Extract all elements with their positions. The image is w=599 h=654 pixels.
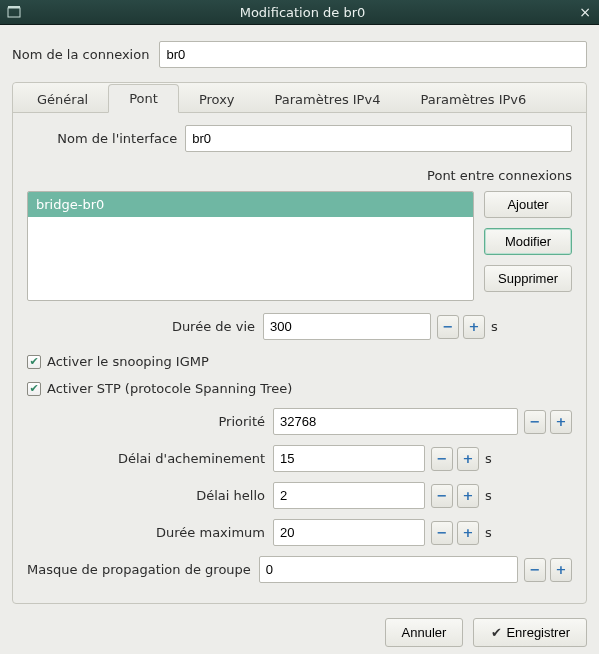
- add-button[interactable]: Ajouter: [484, 191, 572, 218]
- max-age-label: Durée maximum: [27, 525, 265, 540]
- checkbox-checked-icon: ✔: [27, 382, 41, 396]
- delete-button[interactable]: Supprimer: [484, 265, 572, 292]
- bridged-connections-list[interactable]: bridge-br0: [27, 191, 474, 301]
- aging-time-input[interactable]: [263, 313, 431, 340]
- stp-checkbox-row[interactable]: ✔ Activer STP (protocole Spanning Tree): [27, 381, 572, 396]
- interface-name-label: Nom de l'interface: [27, 131, 177, 146]
- igmp-snooping-checkbox-row[interactable]: ✔ Activer le snooping IGMP: [27, 354, 572, 369]
- hello-time-label: Délai hello: [27, 488, 265, 503]
- interface-name-input[interactable]: [185, 125, 572, 152]
- tab-ipv6[interactable]: Paramètres IPv6: [400, 86, 546, 113]
- window-icon: [6, 4, 22, 20]
- forward-delay-decrement-button[interactable]: −: [431, 447, 453, 471]
- close-icon[interactable]: ×: [577, 4, 593, 20]
- check-icon: ✔: [490, 625, 502, 640]
- aging-time-label: Durée de vie: [27, 319, 255, 334]
- connection-name-label: Nom de la connexion: [12, 47, 149, 62]
- forward-delay-input[interactable]: [273, 445, 425, 472]
- group-mask-input[interactable]: [259, 556, 518, 583]
- aging-decrement-button[interactable]: −: [437, 315, 459, 339]
- max-age-input[interactable]: [273, 519, 425, 546]
- seconds-unit: s: [491, 319, 503, 334]
- checkbox-checked-icon: ✔: [27, 355, 41, 369]
- connection-name-input[interactable]: [159, 41, 587, 68]
- seconds-unit: s: [485, 488, 497, 503]
- seconds-unit: s: [485, 451, 497, 466]
- tab-proxy[interactable]: Proxy: [179, 86, 255, 113]
- group-mask-label: Masque de propagation de groupe: [27, 562, 251, 577]
- svg-rect-1: [8, 6, 20, 8]
- hello-decrement-button[interactable]: −: [431, 484, 453, 508]
- bridged-connections-label: Pont entre connexions: [27, 168, 572, 183]
- cancel-button[interactable]: Annuler: [385, 618, 464, 647]
- tab-general[interactable]: Général: [17, 86, 108, 113]
- tab-content-pont: Nom de l'interface Pont entre connexions…: [13, 113, 586, 603]
- tab-frame: Général Pont Proxy Paramètres IPv4 Param…: [12, 82, 587, 604]
- tab-strip: Général Pont Proxy Paramètres IPv4 Param…: [13, 83, 586, 113]
- tab-pont[interactable]: Pont: [108, 84, 179, 113]
- list-item[interactable]: bridge-br0: [28, 192, 473, 217]
- seconds-unit: s: [485, 525, 497, 540]
- stp-label: Activer STP (protocole Spanning Tree): [47, 381, 292, 396]
- aging-increment-button[interactable]: +: [463, 315, 485, 339]
- hello-time-input[interactable]: [273, 482, 425, 509]
- max-age-increment-button[interactable]: +: [457, 521, 479, 545]
- window-title: Modification de br0: [28, 5, 577, 20]
- svg-rect-0: [8, 8, 20, 17]
- save-button-label: Enregistrer: [506, 625, 570, 640]
- group-mask-increment-button[interactable]: +: [550, 558, 572, 582]
- save-button[interactable]: ✔Enregistrer: [473, 618, 587, 647]
- hello-increment-button[interactable]: +: [457, 484, 479, 508]
- priority-decrement-button[interactable]: −: [524, 410, 546, 434]
- edit-button[interactable]: Modifier: [484, 228, 572, 255]
- titlebar: Modification de br0 ×: [0, 0, 599, 25]
- priority-increment-button[interactable]: +: [550, 410, 572, 434]
- priority-label: Priorité: [27, 414, 265, 429]
- igmp-snooping-label: Activer le snooping IGMP: [47, 354, 209, 369]
- max-age-decrement-button[interactable]: −: [431, 521, 453, 545]
- group-mask-decrement-button[interactable]: −: [524, 558, 546, 582]
- forward-delay-label: Délai d'acheminement: [27, 451, 265, 466]
- tab-ipv4[interactable]: Paramètres IPv4: [255, 86, 401, 113]
- forward-delay-increment-button[interactable]: +: [457, 447, 479, 471]
- priority-input[interactable]: [273, 408, 518, 435]
